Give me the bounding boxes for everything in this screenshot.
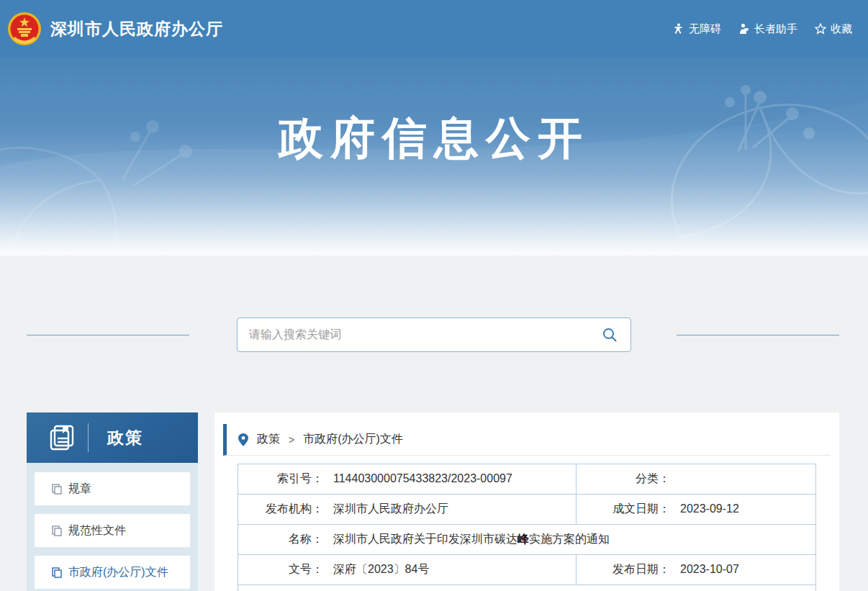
- document-name-cell: 名称：深圳市人民政府关于印发深圳市碳达峰实施方案的通知: [238, 525, 816, 555]
- breadcrumb: 政策 > 市政府(办公厅)文件: [223, 424, 831, 456]
- table-row: 文号：深府〔2023〕84号 发布日期：2023-10-07: [238, 555, 816, 585]
- date-written-value: 2023-09-12: [680, 502, 739, 515]
- document-number-label: 文号：: [238, 562, 323, 577]
- date-written-label: 成文日期：: [577, 502, 670, 517]
- category-cell: 分类：: [577, 464, 816, 495]
- sidebar-item-municipal-government-documents[interactable]: 市政府(办公厅)文件: [35, 556, 190, 589]
- issuing-agency-cell: 发布机构：深圳市人民政府办公厅: [238, 495, 577, 525]
- table-row: 发布机构：深圳市人民政府办公厅 成文日期：2023-09-12: [238, 495, 816, 525]
- breadcrumb-item-current[interactable]: 市政府(办公厅)文件: [303, 432, 403, 447]
- sidebar-item-label: 规章: [68, 482, 91, 497]
- policy-book-icon: [48, 424, 76, 451]
- table-row: 名称：深圳市人民政府关于印发深圳市碳达峰实施方案的通知: [238, 525, 816, 555]
- date-written-cell: 成文日期：2023-09-12: [577, 495, 816, 525]
- elder-assistant-icon: [738, 23, 750, 35]
- date-published-value: 2023-10-07: [680, 563, 739, 575]
- document-icon: [52, 567, 63, 578]
- document-icon: [52, 525, 63, 536]
- accessibility-link-label: 无障碍: [689, 22, 721, 36]
- favorite-link-label: 收藏: [831, 22, 852, 36]
- sidebar-header-divider: [88, 423, 89, 452]
- document-number-cell: 文号：深府〔2023〕84号: [238, 555, 577, 585]
- issuing-agency-label: 发布机构：: [238, 502, 323, 517]
- top-utility-links: 无障碍 长者助手 收藏: [673, 22, 852, 36]
- star-icon: [815, 23, 826, 35]
- sidebar-header: 政策: [27, 412, 198, 463]
- clipped-row-cell: [238, 585, 816, 591]
- accessibility-icon: [673, 23, 684, 35]
- document-icon: [52, 484, 63, 495]
- search-input[interactable]: [249, 328, 600, 341]
- top-header-bar: 深圳市人民政府办公厅 无障碍 长者助手: [0, 0, 868, 58]
- decorative-line-right: [677, 335, 839, 335]
- date-published-label: 发布日期：: [577, 562, 670, 577]
- document-name-label: 名称：: [238, 532, 323, 547]
- breadcrumb-separator: >: [289, 434, 294, 446]
- sidebar-item-label: 市政府(办公厅)文件: [68, 565, 168, 580]
- index-number-value: 114403000075433823/2023-00097: [333, 472, 512, 484]
- decorative-line-left: [27, 335, 189, 335]
- table-row: [238, 585, 816, 591]
- elder-assistant-link-label: 长者助手: [754, 22, 797, 36]
- table-row: 索引号：114403000075433823/2023-00097 分类：: [238, 464, 816, 495]
- document-metadata-table: 索引号：114403000075433823/2023-00097 分类： 发布…: [238, 464, 816, 591]
- site-title: 深圳市人民政府办公厅: [50, 18, 223, 40]
- highlighted-keyword: 峰: [517, 533, 529, 545]
- sidebar-menu: 规章 规范性文件 市政府(办公厅)文件: [27, 463, 198, 591]
- favorite-link[interactable]: 收藏: [815, 22, 852, 36]
- document-panel: 政策 > 市政府(办公厅)文件 索引号：114403000075433823/2…: [214, 412, 839, 591]
- document-name-value: 深圳市人民政府关于印发深圳市碳达峰实施方案的通知: [333, 533, 610, 545]
- index-number-label: 索引号：: [238, 472, 323, 487]
- elder-assistant-link[interactable]: 长者助手: [738, 22, 797, 36]
- sidebar-item-normative-documents[interactable]: 规范性文件: [35, 514, 190, 547]
- issuing-agency-value: 深圳市人民政府办公厅: [333, 502, 448, 515]
- document-metadata-table-wrap: 索引号：114403000075433823/2023-00097 分类： 发布…: [238, 464, 816, 591]
- date-published-cell: 发布日期：2023-10-07: [577, 555, 816, 585]
- location-pin-icon: [238, 433, 248, 446]
- search-section: [0, 317, 868, 352]
- index-number-cell: 索引号：114403000075433823/2023-00097: [238, 464, 577, 495]
- page: 深圳市人民政府办公厅 无障碍 长者助手: [0, 0, 868, 591]
- breadcrumb-item-policy[interactable]: 政策: [257, 432, 280, 447]
- accessibility-link[interactable]: 无障碍: [673, 22, 721, 36]
- sidebar-item-regulations[interactable]: 规章: [35, 472, 190, 505]
- sidebar-title: 政策: [107, 427, 143, 449]
- banner: 政府信息公开: [0, 58, 868, 256]
- main-content: 政策 规章 规范性文件: [0, 412, 868, 591]
- sidebar: 政策 规章 规范性文件: [27, 412, 198, 591]
- search-box: [237, 317, 631, 352]
- search-icon: [602, 327, 618, 343]
- sidebar-item-label: 规范性文件: [68, 523, 126, 538]
- page-title: 政府信息公开: [0, 58, 868, 168]
- search-button[interactable]: [600, 325, 619, 344]
- category-label: 分类：: [577, 472, 670, 487]
- national-emblem-logo: [7, 12, 42, 46]
- document-number-value: 深府〔2023〕84号: [333, 563, 429, 575]
